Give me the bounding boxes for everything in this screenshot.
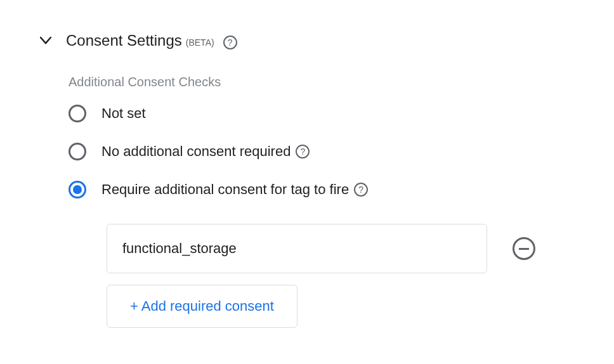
radio-option-no-additional[interactable]: No additional consent required ?: [69, 143, 576, 160]
radio-group: Not set No additional consent required ?…: [69, 105, 576, 198]
consent-input-row: [107, 224, 576, 273]
radio-option-not-set[interactable]: Not set: [69, 105, 576, 122]
radio-label-text: Require additional consent for tag to fi…: [101, 181, 349, 198]
radio-circle-selected[interactable]: [69, 181, 86, 198]
radio-option-require-additional[interactable]: Require additional consent for tag to fi…: [69, 181, 576, 198]
radio-circle[interactable]: [69, 105, 86, 122]
consent-type-input[interactable]: [107, 224, 487, 273]
radio-label-text: No additional consent required: [101, 143, 291, 160]
beta-label: (BETA): [186, 37, 214, 48]
add-consent-button[interactable]: + Add required consent: [107, 285, 297, 328]
radio-label: No additional consent required ?: [101, 143, 310, 160]
help-icon[interactable]: ?: [296, 145, 310, 159]
consent-inputs: + Add required consent: [69, 224, 576, 328]
radio-label-text: Not set: [101, 105, 146, 122]
help-icon[interactable]: ?: [354, 183, 368, 197]
section-header: Consent Settings (BETA) ?: [38, 32, 576, 49]
section-title-text: Consent Settings: [66, 32, 182, 49]
subsection-label: Additional Consent Checks: [69, 75, 576, 89]
remove-consent-button[interactable]: [513, 237, 535, 260]
help-icon[interactable]: ?: [223, 36, 237, 49]
radio-label: Not set: [101, 105, 146, 122]
section-content: Additional Consent Checks Not set No add…: [38, 75, 576, 328]
chevron-down-icon[interactable]: [38, 33, 53, 48]
radio-circle[interactable]: [69, 143, 86, 160]
radio-label: Require additional consent for tag to fi…: [101, 181, 368, 198]
section-title: Consent Settings (BETA) ?: [66, 32, 237, 49]
